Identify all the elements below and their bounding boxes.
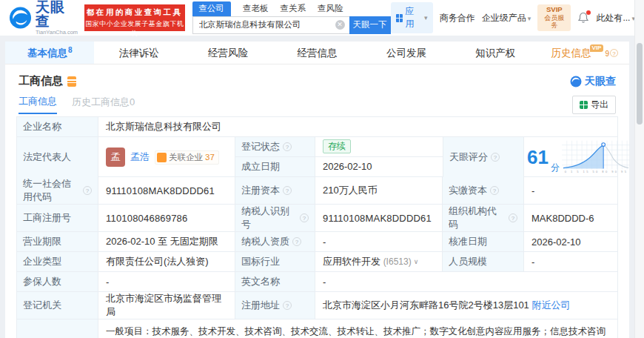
table-row: 经营范围? 一般项目：技术服务、技术开发、技术咨询、技术交流、技术转让、技术推广… <box>17 319 617 338</box>
table-row: 参保人数 - 英文名称 - <box>17 272 617 292</box>
table-row: 工商注册号 110108046869786 纳税人识别号? 91110108MA… <box>17 205 617 232</box>
info-label: 参保人数 <box>17 272 98 291</box>
help-icon[interactable]: ? <box>490 186 499 195</box>
svip-label: SVIP <box>543 6 566 14</box>
info-value: 91110108MAK8DDDD61 <box>315 205 443 231</box>
notifications-bell-icon[interactable] <box>577 12 589 24</box>
user-menu[interactable]: 此处有...▾ <box>596 12 635 24</box>
help-icon[interactable]: ? <box>491 153 500 162</box>
info-label: 企业名称 <box>17 117 98 136</box>
search-area: 查公司 查老板 查关系 查风险 ✕ 天眼一下 <box>192 2 391 34</box>
info-label: 法定代表人 <box>17 137 98 177</box>
help-icon[interactable]: ? <box>509 213 517 222</box>
info-value: - <box>315 232 443 251</box>
info-value: 有限责任公司(法人独资) <box>98 252 235 271</box>
tianyancha-watermark-icon <box>570 76 582 87</box>
tianyan-score-cell[interactable]: 61 分 0 1 5 15 50 80 90 95 100 <box>524 137 633 177</box>
info-label: 工商注册号 <box>17 205 98 231</box>
info-label: 统一社会信用代码? <box>17 177 98 204</box>
info-label: 经营范围? <box>17 319 98 338</box>
export-button[interactable]: 导出 <box>572 96 616 114</box>
legal-rep-link[interactable]: 孟浩 <box>130 150 150 164</box>
banner-line2: 国家中小企业发展子基金旗下机构 <box>84 19 184 39</box>
nearby-companies-link[interactable]: 附近公司 <box>531 299 570 312</box>
search-tab-risk[interactable]: 查风险 <box>318 1 343 16</box>
search-tabs: 查公司 查老板 查关系 查风险 <box>192 2 391 16</box>
promo-banner: 都在用的商业查询工具 国家中小企业发展子基金旗下机构 <box>84 4 184 31</box>
subtab-history-business-info[interactable]: 历史工商信息0 <box>72 96 135 113</box>
info-label: 人员规模 <box>443 252 524 271</box>
help-icon[interactable]: ? <box>283 186 292 195</box>
search-input[interactable] <box>192 16 349 34</box>
info-value: MAK8DDDD-6 <box>524 205 617 231</box>
table-row: 企业名称 北京斯瑞信息科技有限公司 <box>17 117 617 137</box>
avatar[interactable]: 孟 <box>106 148 125 167</box>
tab-operation-info[interactable]: 经营信息 <box>272 42 361 64</box>
search-tab-relation[interactable]: 查关系 <box>281 1 306 16</box>
search-tab-company[interactable]: 查公司 <box>192 1 232 16</box>
info-label: 纳税人资质? <box>235 232 315 251</box>
chevron-down-icon: ▾ <box>424 14 428 21</box>
svip-member-badge[interactable]: SVIP 会员服务 <box>537 4 571 31</box>
info-label: 国标行业 <box>235 252 315 271</box>
related-companies-count: 37 <box>205 153 215 162</box>
help-icon[interactable]: ? <box>83 186 92 195</box>
score-axis-labels: 0 1 5 15 50 80 90 95 100 <box>565 170 630 173</box>
tianyancha-logo[interactable]: 天眼查 TianYanCha.com <box>9 0 78 36</box>
logo-subtitle: TianYanCha.com <box>36 30 78 36</box>
help-icon[interactable]: ? <box>300 213 309 222</box>
main-content-card: 基本信息8 法律诉讼 经营风险 经营信息 公司发展 知识产权 历史信息VIP9?… <box>5 42 629 338</box>
info-value: - <box>98 272 235 291</box>
info-value: - <box>524 177 617 204</box>
nav-cooperation[interactable]: 商务合作 <box>440 12 475 24</box>
subtab-business-info[interactable]: 工商信息 <box>19 95 57 114</box>
header-nav: 应用 ▾ 商务合作 企业级产品▾ SVIP 会员服务 此处有...▾ <box>391 2 635 33</box>
business-info-icon <box>67 76 76 87</box>
search-tab-boss[interactable]: 查老板 <box>243 1 269 16</box>
info-value: 北京市海淀区市场监督管理局 <box>98 292 235 319</box>
apps-menu[interactable]: 应用 ▾ <box>391 2 433 33</box>
tianyancha-logo-icon <box>9 6 32 30</box>
scrollbar-thumb[interactable] <box>637 43 643 125</box>
related-companies-badge[interactable]: 关联企业 37 <box>155 150 219 165</box>
related-companies-icon <box>157 153 167 162</box>
tab-basic-info[interactable]: 基本信息8 <box>5 42 94 64</box>
info-value: 2026-02-10 至 无固定期限 <box>98 232 235 251</box>
help-icon[interactable]: ? <box>292 237 301 246</box>
excel-icon <box>580 101 588 109</box>
help-icon[interactable]: ? <box>283 142 292 151</box>
info-label: 成立日期 <box>235 157 315 176</box>
scrollbar[interactable] <box>634 0 644 338</box>
info-value: 210万人民币 <box>315 177 443 204</box>
info-value: 2026-02-10 <box>315 157 443 176</box>
tab-operation-risk[interactable]: 经营风险 <box>184 42 272 64</box>
tab-company-development[interactable]: 公司发展 <box>362 42 451 64</box>
legal-rep-cell: 孟 孟浩 关联企业 37 <box>98 137 235 177</box>
clear-search-icon[interactable]: ✕ <box>335 20 345 30</box>
info-value: 110108046869786 <box>98 205 235 231</box>
help-icon[interactable]: ? <box>283 301 292 310</box>
table-row: 登记机关 北京市海淀区市场监督管理局 注册地址? 北京市海淀区小月河东畔路16号… <box>17 292 617 319</box>
tab-legal-proceedings[interactable]: 法律诉讼 <box>94 42 183 64</box>
info-label: 核准日期 <box>443 232 524 251</box>
watermark-text: 天眼查 <box>585 75 616 88</box>
search-button[interactable]: 天眼一下 <box>349 16 391 34</box>
top-header: 天眼查 TianYanCha.com 都在用的商业查询工具 国家中小企业发展子基… <box>0 0 644 36</box>
info-label: 注册地址? <box>235 292 315 319</box>
notification-dot <box>586 10 591 15</box>
info-value: 91110108MAK8DDDD61 <box>98 177 235 204</box>
chevron-down-icon: ▾ <box>528 15 531 22</box>
nav-enterprise[interactable]: 企业级产品▾ <box>482 12 531 24</box>
tab-intellectual-property[interactable]: 知识产权 <box>451 42 540 64</box>
tab-history-info[interactable]: 历史信息VIP9? <box>540 42 629 64</box>
info-label: 实缴资本? <box>443 177 524 204</box>
member-service-label: 会员服务 <box>543 14 566 30</box>
score-distribution-chart: 0 1 5 15 50 80 90 95 100 <box>562 140 630 174</box>
status-badge: 存续 <box>323 139 351 153</box>
score-value: 61 <box>527 148 549 167</box>
watermark-logo: 天眼查 <box>570 75 616 88</box>
info-label: 登记状态? <box>235 137 315 156</box>
industry-value[interactable]: 应用软件开发 (I6513)∨ <box>315 252 443 271</box>
info-value: - <box>315 272 617 291</box>
info-circle-icon: ? <box>610 49 618 57</box>
